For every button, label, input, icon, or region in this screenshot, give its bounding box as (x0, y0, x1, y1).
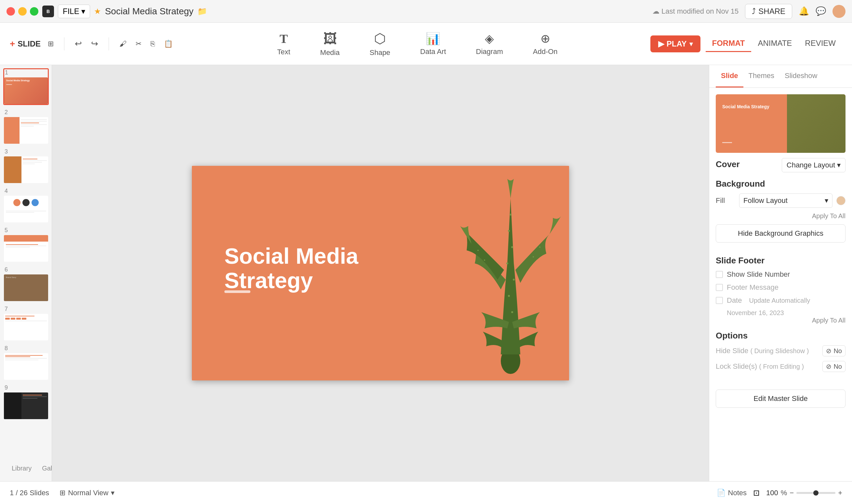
panel-slide-preview: Social Media Strategy (716, 94, 846, 153)
slide-number-8: 8 (4, 345, 48, 352)
share-button[interactable]: ⤴ SHARE (745, 4, 792, 19)
slide-accent-bar (224, 290, 250, 293)
apply-all-bg[interactable]: Apply To All (716, 212, 846, 220)
play-button[interactable]: ▶ PLAY ▾ (650, 35, 701, 52)
library-button[interactable]: Library (6, 462, 37, 475)
slide-thumb-3[interactable]: 3 (3, 148, 49, 184)
document-title: Social Media Strategy (105, 6, 194, 17)
fill-select[interactable]: Follow Layout ▾ (739, 194, 833, 208)
slide-thumb-inner-4 (4, 196, 48, 222)
fill-row: Fill Follow Layout ▾ (716, 194, 846, 208)
slide-thumb-5[interactable]: 5 (3, 226, 49, 263)
bottom-bar: 1 / 26 Slides ⊞ Normal View ▾ 📄 Notes ⊡ … (0, 481, 852, 504)
gallery-button[interactable]: Gallery (37, 462, 52, 475)
edit-master-slide-button[interactable]: Edit Master Slide (716, 390, 846, 408)
hide-slide-toggle[interactable]: ⊘ No (822, 345, 846, 356)
chat-icon[interactable]: 💬 (816, 6, 826, 16)
tab-animate[interactable]: ANIMATE (751, 35, 798, 52)
panel-tabs: Slide Themes Slideshow (709, 65, 852, 88)
color-picker[interactable] (836, 196, 846, 205)
slide-thumb-inner-5 (4, 235, 48, 262)
addon-tool-icon: ⊕ (541, 32, 550, 46)
footer-message-checkbox[interactable] (716, 284, 723, 291)
apply-all-footer[interactable]: Apply To All (716, 317, 846, 324)
footer-message-row: Footer Message (716, 283, 846, 292)
zoom-thumb (813, 490, 818, 496)
toolbar-right: ▶ PLAY ▾ FORMAT ANIMATE REVIEW (650, 35, 842, 52)
date-checkbox[interactable] (716, 297, 723, 304)
dataart-tool-icon: 📊 (426, 32, 440, 46)
show-slide-number-label: Show Slide Number (727, 270, 790, 279)
copy-icon[interactable]: ⎘ (149, 38, 157, 50)
tab-format[interactable]: FORMAT (706, 35, 751, 52)
right-panel: Slide Themes Slideshow Social Media Stra… (709, 65, 852, 481)
slide-thumb-inner-9 (4, 393, 48, 419)
cut-icon[interactable]: ✂ (134, 38, 143, 50)
maximize-button[interactable] (30, 7, 38, 16)
undo-button[interactable]: ↩ (73, 37, 84, 51)
notifications-icon[interactable]: 🔔 (799, 6, 809, 16)
slide-thumb-inner-8 (4, 353, 48, 380)
zoom-value: 100 (766, 489, 778, 497)
slide-number-1: 1 (4, 69, 48, 76)
svg-point-2 (508, 230, 510, 232)
normal-view-button[interactable]: ⊞ Normal View ▾ (56, 487, 119, 499)
tool-media[interactable]: 🖼 Media (315, 28, 345, 59)
tool-shape[interactable]: ⬡ Shape (364, 28, 395, 59)
close-button[interactable] (6, 7, 15, 16)
svg-point-3 (511, 246, 513, 248)
layout-icon[interactable]: ⊞ (46, 38, 56, 50)
slide-thumb-2[interactable]: 2 (3, 108, 49, 144)
svg-point-10 (539, 247, 541, 248)
format-painter-icon[interactable]: 🖌 (117, 38, 128, 50)
zoom-in-icon[interactable]: + (838, 489, 842, 497)
slide-footer-section-title: Slide Footer (716, 256, 846, 266)
zoom-slider[interactable] (796, 492, 835, 494)
folder-icon[interactable]: 📁 (197, 7, 207, 16)
plant-background (413, 166, 569, 380)
date-label: Date (727, 296, 742, 305)
slide-number-6: 6 (4, 266, 48, 273)
slide-thumb-9[interactable]: 9 (3, 384, 49, 420)
slide-thumb-6[interactable]: 6 Brand Story (3, 266, 49, 302)
slide-thumb-4[interactable]: 4 (3, 187, 49, 223)
tab-themes[interactable]: Themes (743, 65, 779, 88)
minimize-button[interactable] (18, 7, 27, 16)
tool-diagram[interactable]: ◈ Diagram (471, 29, 508, 58)
svg-point-6 (508, 295, 510, 297)
slide-panel: 1 Social Media Strategy 2 3 (0, 65, 52, 481)
slide-number-7: 7 (4, 306, 48, 312)
hide-background-graphics-button[interactable]: Hide Background Graphics (716, 224, 846, 242)
svg-point-1 (510, 214, 511, 216)
zoom-out-icon[interactable]: − (790, 489, 794, 497)
traffic-lights (6, 7, 38, 16)
slide-thumb-7[interactable]: 7 (3, 305, 49, 341)
tool-addon[interactable]: ⊕ Add-On (528, 29, 563, 58)
tab-slideshow[interactable]: Slideshow (779, 65, 822, 88)
slide-thumb-8[interactable]: 8 (3, 344, 49, 380)
hide-slide-row: Hide Slide ( During Slideshow ) ⊘ No (716, 345, 846, 356)
user-avatar[interactable] (833, 5, 846, 18)
toolbar-tools: T Text 🖼 Media ⬡ Shape 📊 Data Art ◈ Diag… (184, 28, 650, 59)
slide-thumb-1[interactable]: 1 Social Media Strategy (3, 68, 49, 105)
show-slide-number-checkbox[interactable] (716, 271, 723, 278)
change-layout-button[interactable]: Change Layout ▾ (782, 158, 846, 172)
tab-review[interactable]: REVIEW (798, 35, 842, 52)
lock-slides-toggle[interactable]: ⊘ No (822, 361, 846, 372)
add-slide-button[interactable]: + SLIDE (10, 39, 41, 49)
slide-number-3: 3 (4, 148, 48, 155)
fill-label: Fill (716, 196, 735, 205)
tab-slide[interactable]: Slide (716, 65, 743, 88)
slide-thumb-inner-2 (4, 117, 48, 144)
favorite-icon[interactable]: ★ (94, 7, 101, 16)
notes-button[interactable]: 📄 Notes (717, 489, 747, 497)
redo-button[interactable]: ↪ (89, 37, 100, 51)
canvas-area: Social Media Strategy (52, 65, 709, 481)
paste-icon[interactable]: 📋 (162, 38, 175, 50)
tool-dataart[interactable]: 📊 Data Art (415, 29, 451, 58)
present-icon[interactable]: ⊡ (753, 488, 760, 498)
file-menu-button[interactable]: FILE ▾ (58, 4, 90, 18)
slide-thumb-inner-1: Social Media Strategy (4, 77, 48, 104)
main-slide-canvas[interactable]: Social Media Strategy (192, 166, 569, 380)
tool-text[interactable]: T Text (272, 29, 295, 59)
